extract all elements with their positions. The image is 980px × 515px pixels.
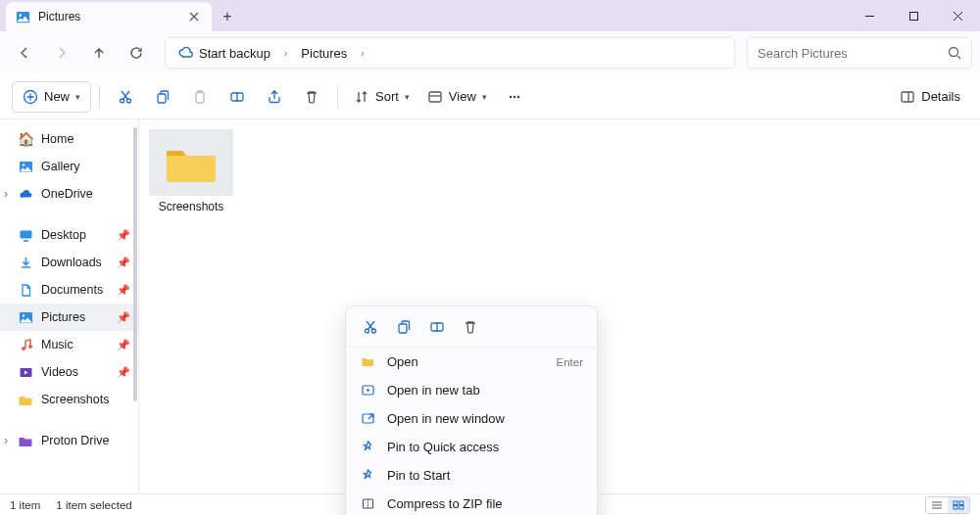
- list-view-toggle[interactable]: [926, 497, 948, 513]
- thumb-view-toggle[interactable]: [948, 497, 969, 513]
- content-area: Screenshots OpenEnter Open in new tab Op…: [139, 119, 980, 493]
- svg-point-20: [22, 314, 24, 316]
- search-input[interactable]: [758, 46, 948, 61]
- svg-rect-35: [954, 505, 957, 509]
- pin-icon: 📌: [117, 311, 130, 324]
- scrollbar-thumb[interactable]: [133, 127, 137, 401]
- toolbar: New ▾ Sort ▾ View ▾ Details: [0, 74, 980, 119]
- svg-rect-18: [20, 230, 31, 238]
- tab-pictures[interactable]: Pictures: [6, 2, 212, 31]
- svg-point-22: [28, 345, 32, 349]
- sidebar-item-home[interactable]: 🏠Home: [0, 125, 138, 153]
- folder-label: Screenshots: [149, 200, 233, 213]
- ctx-open-new-tab[interactable]: Open in new tab: [346, 376, 597, 404]
- sort-icon: [354, 89, 369, 105]
- copy-button[interactable]: [145, 81, 180, 113]
- details-pane-icon: [900, 89, 915, 105]
- svg-rect-7: [158, 94, 166, 103]
- new-button[interactable]: New ▾: [12, 81, 91, 113]
- pin-icon: 📌: [117, 366, 130, 379]
- rename-button[interactable]: [220, 81, 255, 113]
- sidebar-item-gallery[interactable]: Gallery: [0, 153, 138, 180]
- sidebar: 🏠Home Gallery OneDrive Desktop📌 Download…: [0, 119, 139, 493]
- svg-rect-8: [196, 92, 204, 103]
- gallery-icon: [18, 159, 33, 174]
- pin-icon: 📌: [117, 284, 130, 297]
- folder-icon: [18, 433, 33, 448]
- item-count: 1 item: [10, 499, 40, 511]
- refresh-button[interactable]: [120, 36, 153, 70]
- folder-thumbnail: [149, 129, 233, 196]
- ctx-pin-quick[interactable]: Pin to Quick access: [346, 433, 597, 461]
- up-button[interactable]: [82, 36, 116, 70]
- sidebar-item-desktop[interactable]: Desktop📌: [0, 221, 138, 249]
- folder-item[interactable]: Screenshots: [149, 129, 233, 213]
- title-bar: Pictures +: [0, 0, 980, 31]
- pin-icon: [360, 440, 375, 455]
- more-button[interactable]: [497, 81, 532, 113]
- view-button[interactable]: View ▾: [419, 81, 495, 113]
- sidebar-item-documents[interactable]: Documents📌: [0, 276, 138, 304]
- maximize-button[interactable]: [892, 0, 936, 31]
- folder-icon: [18, 392, 33, 407]
- new-tab-icon: [360, 383, 375, 398]
- new-tab-button[interactable]: +: [212, 2, 243, 31]
- ctx-open[interactable]: OpenEnter: [346, 348, 597, 376]
- svg-rect-26: [399, 324, 407, 333]
- tab-close-icon[interactable]: [186, 9, 202, 24]
- crumb-pictures[interactable]: Pictures: [295, 43, 353, 64]
- chevron-down-icon: ▾: [405, 92, 410, 102]
- ctx-compress[interactable]: Compress to ZIP file: [346, 490, 597, 515]
- forward-button[interactable]: [45, 36, 78, 70]
- ctx-cut-icon[interactable]: [362, 318, 379, 336]
- sidebar-item-downloads[interactable]: Downloads📌: [0, 249, 138, 276]
- ctx-rename-icon[interactable]: [428, 318, 446, 336]
- ctx-copy-icon[interactable]: [395, 318, 413, 336]
- svg-point-14: [517, 95, 519, 97]
- selection-status: 1 item selected: [56, 499, 131, 511]
- home-icon: 🏠: [18, 131, 33, 147]
- paste-button[interactable]: [182, 81, 218, 113]
- pin-icon: 📌: [117, 257, 130, 269]
- sidebar-item-proton[interactable]: Proton Drive: [0, 427, 138, 454]
- ctx-pin-start[interactable]: Pin to Start: [346, 461, 597, 490]
- minimize-button[interactable]: [848, 0, 892, 31]
- sidebar-item-screenshots[interactable]: Screenshots: [0, 386, 138, 413]
- details-button[interactable]: Details: [892, 81, 968, 113]
- downloads-icon: [18, 255, 33, 270]
- backup-segment[interactable]: Start backup: [172, 42, 276, 64]
- view-icon: [427, 89, 443, 105]
- chevron-down-icon: ▾: [482, 92, 487, 102]
- back-button[interactable]: [8, 36, 41, 70]
- chevron-right-icon[interactable]: ›: [280, 48, 291, 59]
- address-bar[interactable]: Start backup › Pictures ›: [165, 37, 735, 69]
- ctx-open-new-window[interactable]: Open in new window: [346, 404, 597, 433]
- pictures-icon: [16, 10, 30, 24]
- onedrive-icon: [18, 186, 33, 202]
- sidebar-item-pictures[interactable]: Pictures📌: [0, 304, 138, 331]
- share-button[interactable]: [257, 81, 292, 113]
- nav-bar: Start backup › Pictures ›: [0, 31, 980, 74]
- sidebar-item-videos[interactable]: Videos📌: [0, 358, 138, 386]
- plus-circle-icon: [23, 89, 38, 105]
- sort-button[interactable]: Sort ▾: [346, 81, 417, 113]
- cut-button[interactable]: [108, 81, 143, 113]
- chevron-right-icon[interactable]: ›: [357, 48, 368, 59]
- svg-rect-34: [959, 501, 963, 505]
- svg-point-12: [510, 95, 512, 97]
- zip-icon: [360, 496, 375, 512]
- delete-button[interactable]: [294, 81, 329, 113]
- backup-label: Start backup: [199, 46, 270, 61]
- close-button[interactable]: [936, 0, 980, 31]
- chevron-down-icon: ▾: [75, 92, 80, 102]
- ctx-delete-icon[interactable]: [462, 318, 479, 336]
- svg-point-13: [514, 95, 515, 97]
- sidebar-item-onedrive[interactable]: OneDrive: [0, 180, 138, 208]
- pin-start-icon: [360, 468, 375, 484]
- search-box[interactable]: [747, 37, 972, 69]
- cloud-sync-icon: [177, 45, 193, 61]
- svg-rect-11: [429, 92, 441, 102]
- svg-point-17: [22, 164, 24, 165]
- context-menu: OpenEnter Open in new tab Open in new wi…: [345, 305, 598, 515]
- sidebar-item-music[interactable]: Music📌: [0, 331, 138, 358]
